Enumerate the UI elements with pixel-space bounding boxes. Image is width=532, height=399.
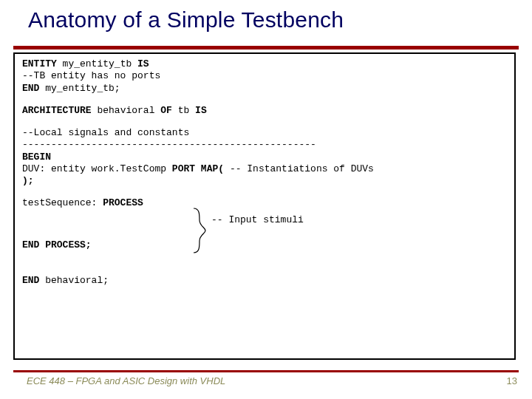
- code-text: behavioral;: [39, 275, 109, 286]
- code-line: ARCHITECTURE behavioral OF tb IS: [22, 105, 508, 117]
- keyword-of: OF: [160, 105, 172, 116]
- code-block: ENTITY my_entity_tb IS --TB entity has n…: [22, 58, 508, 287]
- code-comment: -- Instantiations of DUVs: [224, 163, 374, 174]
- keyword-end-process: END PROCESS;: [22, 239, 92, 250]
- code-line: --Local signals and constants: [22, 127, 508, 139]
- code-text: my_entity_tb: [57, 58, 137, 69]
- keyword-end: END: [22, 275, 39, 286]
- dashed-separator: ----------------------------------------…: [22, 139, 508, 151]
- footer-separator: [13, 370, 519, 372]
- blank-line: [22, 117, 508, 127]
- code-line: ENTITY my_entity_tb IS: [22, 58, 508, 70]
- code-line: BEGIN: [22, 151, 508, 163]
- keyword-architecture: ARCHITECTURE: [22, 105, 92, 116]
- code-text: tb: [172, 105, 195, 116]
- keyword-is: IS: [137, 58, 149, 69]
- keyword-process: PROCESS: [103, 197, 143, 208]
- blank-line: [22, 187, 508, 197]
- code-text: DUV: entity work.TestComp: [22, 163, 172, 174]
- code-text: my_entity_tb;: [39, 83, 120, 94]
- keyword-begin: BEGIN: [22, 151, 51, 163]
- code-line: testSequence: PROCESS: [22, 197, 508, 209]
- code-comment: --Local signals and constants: [22, 127, 189, 138]
- slide-title: Anatomy of a Simple Testbench: [28, 7, 344, 33]
- code-box: ENTITY my_entity_tb IS --TB entity has n…: [13, 52, 516, 360]
- title-underline: [13, 46, 519, 50]
- paren-close-line: );: [22, 175, 34, 186]
- keyword-is: IS: [195, 105, 207, 116]
- footer-course: ECE 448 – FPGA and ASIC Design with VHDL: [27, 375, 225, 386]
- code-text: behavioral: [92, 105, 161, 116]
- keyword-end: END: [22, 83, 39, 94]
- keyword-port-map: PORT MAP: [172, 163, 218, 174]
- code-line: END my_entity_tb;: [22, 83, 508, 95]
- code-line: END behavioral;: [22, 275, 508, 287]
- slide: Anatomy of a Simple Testbench ENTITY my_…: [0, 0, 532, 399]
- page-number: 13: [507, 375, 517, 386]
- keyword-entity: ENTITY: [22, 58, 57, 69]
- curly-brace-icon: [189, 207, 207, 254]
- blank-line: [22, 95, 508, 105]
- code-text: testSequence:: [22, 197, 103, 208]
- paren-open: (: [218, 163, 224, 174]
- brace-group: -- Input stimuli END PROCESS;: [22, 210, 508, 254]
- code-line: );: [22, 175, 508, 187]
- code-line: END PROCESS;: [22, 239, 92, 251]
- blank-line: [22, 254, 508, 265]
- code-line: --TB entity has no ports: [22, 70, 508, 82]
- blank-line: [22, 265, 508, 275]
- code-comment: --TB entity has no ports: [22, 70, 160, 81]
- stimuli-comment: -- Input stimuli: [211, 214, 304, 226]
- code-line: DUV: entity work.TestComp PORT MAP( -- I…: [22, 163, 508, 175]
